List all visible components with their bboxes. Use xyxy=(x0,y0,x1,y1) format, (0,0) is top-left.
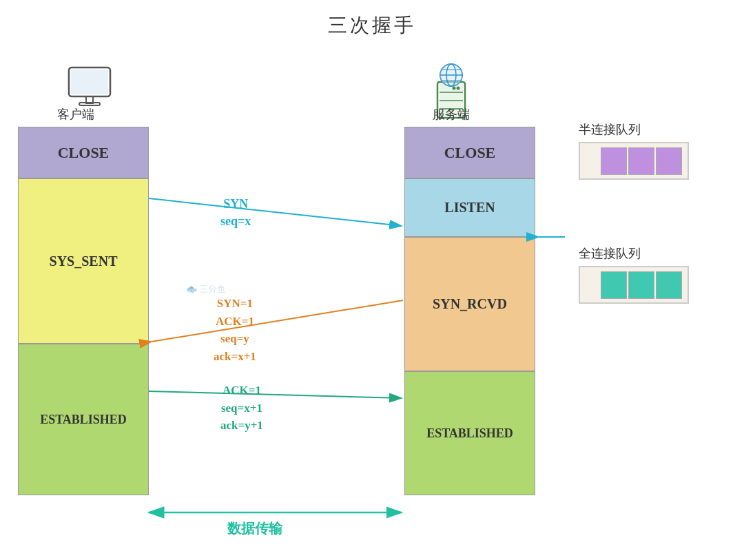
client-close-state: CLOSE xyxy=(18,127,149,178)
queue-cell-purple-3 xyxy=(656,147,682,175)
svg-line-24 xyxy=(149,198,402,226)
queue-cell-purple-1 xyxy=(601,147,627,175)
page-title: 三次握手 xyxy=(0,0,744,45)
server-label: 服务端 xyxy=(424,106,479,123)
svg-rect-1 xyxy=(71,70,108,94)
server-syn-rcvd-state: SYN_RCVD xyxy=(404,237,535,371)
queue-cell-teal-3 xyxy=(656,271,682,299)
half-connection-queue-title: 半连接队列 xyxy=(579,121,689,138)
queue-cell-teal-2 xyxy=(628,271,654,299)
svg-line-27 xyxy=(149,391,402,398)
server-close-state: CLOSE xyxy=(404,127,535,178)
full-connection-queue-title: 全连接队列 xyxy=(579,245,689,262)
client-sys-sent-state: SYS_SENT xyxy=(18,178,149,344)
half-connection-queue-box xyxy=(579,142,689,180)
full-connection-queue-box xyxy=(579,266,689,304)
syn-ack-label: SYN=1 ACK=1 seq=y ack=x+1 xyxy=(214,295,256,365)
diagram: 客户端 服务端 CLOSE SYS_SENT xyxy=(0,45,744,560)
server-listen-state: LISTEN xyxy=(404,178,535,237)
svg-point-10 xyxy=(453,87,456,90)
watermark: 🐟 三分鱼 xyxy=(186,283,226,295)
queue-cell-purple-2 xyxy=(628,147,654,175)
full-connection-queue-section: 全连接队列 xyxy=(579,245,689,324)
full-connection-queue-cells xyxy=(601,271,682,299)
client-established-state: ESTABLISHED xyxy=(18,344,149,495)
svg-point-9 xyxy=(457,87,460,90)
client-label: 客户端 xyxy=(41,106,110,123)
syn-label: SYN seq=x xyxy=(220,196,251,230)
svg-line-26 xyxy=(152,300,403,342)
data-transfer-label: 数据传输 xyxy=(227,519,282,538)
queue-cell-teal-1 xyxy=(601,271,627,299)
ack-label: ACK=1 seq=x+1 ack=y+1 xyxy=(220,382,263,435)
half-connection-queue-section: 半连接队列 xyxy=(579,121,689,200)
server-established-state: ESTABLISHED xyxy=(404,371,535,495)
half-connection-queue-cells xyxy=(601,147,682,175)
